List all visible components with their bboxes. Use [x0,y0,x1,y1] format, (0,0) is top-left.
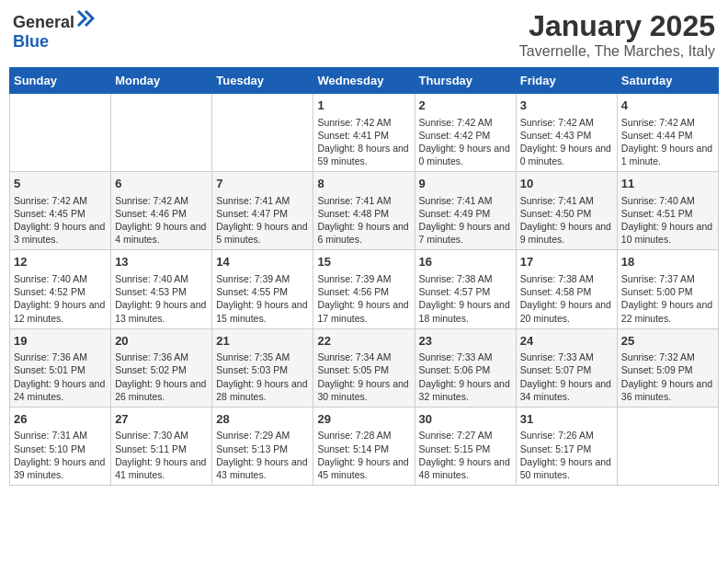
cell-content: 22Sunrise: 7:34 AMSunset: 5:05 PMDayligh… [317,333,410,403]
day-info-line: Sunset: 4:45 PM [14,208,85,219]
calendar-cell: 24Sunrise: 7:33 AMSunset: 5:07 PMDayligh… [516,328,617,407]
day-info-line: Sunset: 5:10 PM [14,443,85,454]
day-info-line: Sunset: 4:50 PM [520,208,592,219]
day-info-line: Daylight: 9 hours and 10 minutes. [621,221,712,245]
day-info-line: Daylight: 9 hours and 15 minutes. [216,299,307,323]
day-info-line: Sunrise: 7:41 AM [520,195,594,206]
day-number: 5 [14,176,107,192]
cell-content: 31Sunrise: 7:26 AMSunset: 5:17 PMDayligh… [520,411,613,481]
calendar-cell: 2Sunrise: 7:42 AMSunset: 4:42 PMDaylight… [415,94,516,172]
calendar-cell: 5Sunrise: 7:42 AMSunset: 4:45 PMDaylight… [10,172,111,250]
day-info-line: Sunrise: 7:38 AM [520,273,594,284]
day-info-line: Daylight: 9 hours and 4 minutes. [115,221,206,245]
cell-content: 2Sunrise: 7:42 AMSunset: 4:42 PMDaylight… [419,98,512,167]
day-info-line: Sunset: 4:47 PM [216,208,288,219]
day-number: 24 [520,333,613,350]
day-info-line: Daylight: 9 hours and 28 minutes. [216,378,307,402]
col-tuesday: Tuesday [212,68,313,94]
day-info-line: Sunrise: 7:42 AM [621,117,695,128]
col-wednesday: Wednesday [313,68,415,94]
calendar-cell: 1Sunrise: 7:42 AMSunset: 4:41 PMDaylight… [313,94,415,172]
calendar-cell [617,407,718,485]
day-number: 28 [216,411,309,428]
day-info-line: Sunrise: 7:31 AM [14,430,87,441]
day-info-line: Sunset: 5:01 PM [14,364,85,375]
calendar-cell: 22Sunrise: 7:34 AMSunset: 5:05 PMDayligh… [313,328,415,407]
day-info-line: Daylight: 9 hours and 5 minutes. [216,221,307,245]
day-info-line: Daylight: 9 hours and 43 minutes. [216,456,307,480]
calendar-cell: 12Sunrise: 7:40 AMSunset: 4:52 PMDayligh… [10,250,111,328]
day-number: 31 [520,411,613,428]
day-info-line: Daylight: 9 hours and 12 minutes. [14,299,105,323]
day-info-line: Daylight: 9 hours and 39 minutes. [14,456,105,480]
cell-content: 10Sunrise: 7:41 AMSunset: 4:50 PMDayligh… [520,176,613,246]
day-info-line: Sunrise: 7:42 AM [317,117,391,128]
day-info-line: Sunset: 4:43 PM [520,130,592,141]
calendar-cell [212,94,313,172]
calendar-cell: 3Sunrise: 7:42 AMSunset: 4:43 PMDaylight… [516,94,617,172]
calendar-cell: 11Sunrise: 7:40 AMSunset: 4:51 PMDayligh… [617,172,718,250]
day-info-line: Sunset: 4:44 PM [621,130,693,141]
day-info-line: Daylight: 9 hours and 18 minutes. [419,299,510,323]
day-info-line: Sunset: 4:57 PM [419,286,491,297]
calendar-week-row: 1Sunrise: 7:42 AMSunset: 4:41 PMDaylight… [10,94,719,172]
main-title: January 2025 [519,9,715,43]
day-number: 30 [419,411,512,428]
title-block: January 2025 Tavernelle, The Marches, It… [519,9,715,60]
calendar-cell: 8Sunrise: 7:41 AMSunset: 4:48 PMDaylight… [313,172,415,250]
calendar-cell: 23Sunrise: 7:33 AMSunset: 5:06 PMDayligh… [415,328,516,407]
calendar-cell [10,94,111,172]
day-info-line: Sunrise: 7:34 AM [317,351,391,362]
day-info-line: Sunrise: 7:41 AM [317,195,391,206]
day-number: 6 [115,176,208,192]
day-info-line: Sunset: 4:52 PM [14,286,85,297]
col-monday: Monday [111,68,212,94]
day-number: 22 [317,333,410,350]
cell-content: 15Sunrise: 7:39 AMSunset: 4:56 PMDayligh… [317,254,410,324]
calendar-cell: 29Sunrise: 7:28 AMSunset: 5:14 PMDayligh… [313,407,415,485]
day-number: 1 [317,98,410,114]
cell-content: 8Sunrise: 7:41 AMSunset: 4:48 PMDaylight… [317,176,410,246]
cell-content: 5Sunrise: 7:42 AMSunset: 4:45 PMDaylight… [14,176,107,246]
calendar-week-row: 19Sunrise: 7:36 AMSunset: 5:01 PMDayligh… [10,328,719,407]
day-number: 18 [621,254,714,270]
day-info-line: Sunset: 5:14 PM [317,443,389,454]
day-info-line: Daylight: 9 hours and 32 minutes. [419,378,510,402]
day-info-line: Sunrise: 7:40 AM [14,273,87,284]
calendar-week-row: 12Sunrise: 7:40 AMSunset: 4:52 PMDayligh… [10,250,719,328]
day-number: 23 [419,333,512,350]
day-info-line: Sunrise: 7:32 AM [621,351,695,362]
calendar-week-row: 5Sunrise: 7:42 AMSunset: 4:45 PMDaylight… [10,172,719,250]
calendar-cell: 27Sunrise: 7:30 AMSunset: 5:11 PMDayligh… [111,407,212,485]
day-info-line: Daylight: 9 hours and 17 minutes. [317,299,408,323]
day-info-line: Sunset: 5:05 PM [317,364,389,375]
day-info-line: Sunrise: 7:37 AM [621,273,695,284]
day-info-line: Daylight: 9 hours and 3 minutes. [14,221,105,245]
calendar-cell: 17Sunrise: 7:38 AMSunset: 4:58 PMDayligh… [516,250,617,328]
calendar-table: Sunday Monday Tuesday Wednesday Thursday… [9,67,719,486]
day-number: 17 [520,254,613,270]
cell-content: 29Sunrise: 7:28 AMSunset: 5:14 PMDayligh… [317,411,410,481]
calendar-cell: 10Sunrise: 7:41 AMSunset: 4:50 PMDayligh… [516,172,617,250]
day-number: 10 [520,176,613,192]
day-info-line: Sunset: 4:49 PM [419,208,491,219]
col-saturday: Saturday [617,68,718,94]
day-info-line: Daylight: 9 hours and 0 minutes. [419,143,510,167]
day-info-line: Daylight: 9 hours and 24 minutes. [14,378,105,402]
cell-content: 3Sunrise: 7:42 AMSunset: 4:43 PMDaylight… [520,98,613,167]
calendar-cell: 9Sunrise: 7:41 AMSunset: 4:49 PMDaylight… [415,172,516,250]
day-number: 14 [216,254,309,270]
calendar-cell [111,94,212,172]
day-info-line: Sunrise: 7:39 AM [216,273,290,284]
day-info-line: Daylight: 9 hours and 13 minutes. [115,299,206,323]
cell-content: 23Sunrise: 7:33 AMSunset: 5:06 PMDayligh… [419,333,512,403]
day-info-line: Daylight: 9 hours and 50 minutes. [520,456,611,480]
day-info-line: Sunset: 4:56 PM [317,286,389,297]
calendar-cell: 7Sunrise: 7:41 AMSunset: 4:47 PMDaylight… [212,172,313,250]
day-info-line: Sunset: 5:06 PM [419,364,491,375]
day-number: 11 [621,176,714,192]
day-info-line: Daylight: 9 hours and 30 minutes. [317,378,408,402]
cell-content: 12Sunrise: 7:40 AMSunset: 4:52 PMDayligh… [14,254,107,324]
day-number: 29 [317,411,410,428]
cell-content: 17Sunrise: 7:38 AMSunset: 4:58 PMDayligh… [520,254,613,324]
